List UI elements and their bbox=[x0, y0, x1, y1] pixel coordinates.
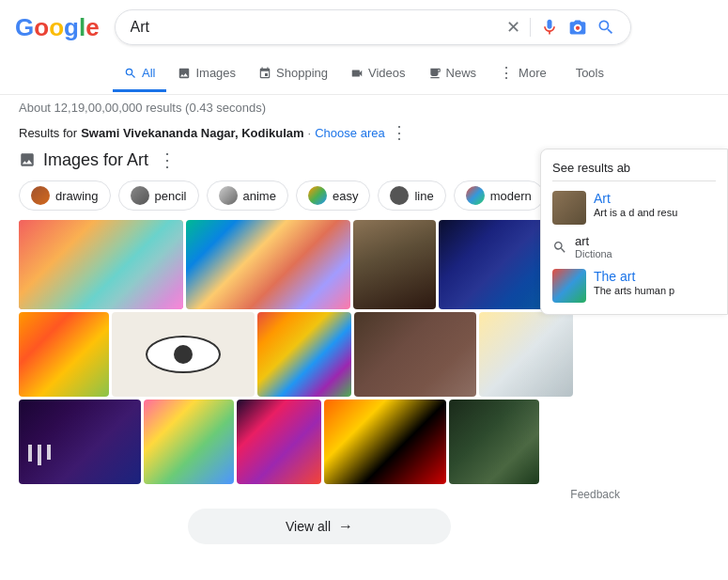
view-all-button[interactable]: View all → bbox=[188, 509, 451, 544]
side-search-desc: Dictiona bbox=[575, 248, 612, 259]
image-item-3[interactable] bbox=[353, 220, 436, 309]
chip-easy[interactable]: easy bbox=[296, 180, 370, 211]
all-tab-icon bbox=[124, 67, 137, 80]
chip-modern-label: modern bbox=[490, 189, 532, 203]
logo-o-red: o bbox=[34, 13, 49, 41]
image-item-2[interactable] bbox=[186, 220, 350, 309]
results-info: About 12,19,00,00,000 results (0.43 seco… bbox=[0, 95, 728, 120]
location-bar: Results for Swami Vivekananda Nagar, Kod… bbox=[0, 120, 728, 149]
clear-button[interactable]: ✕ bbox=[506, 19, 520, 36]
tab-all[interactable]: All bbox=[113, 56, 166, 92]
side-search-item-art[interactable]: art Dictiona bbox=[552, 234, 716, 259]
side-item-the-arts[interactable]: The art The arts human p bbox=[552, 269, 716, 303]
image-item-7[interactable] bbox=[112, 312, 255, 397]
more-dots-icon: ⋮ bbox=[499, 64, 514, 82]
tab-news-label: News bbox=[446, 66, 477, 80]
tab-shopping-label: Shopping bbox=[276, 66, 328, 80]
logo-g-blue2: g bbox=[64, 13, 79, 41]
image-item-13[interactable] bbox=[237, 400, 321, 484]
chip-drawing[interactable]: drawing bbox=[19, 180, 111, 211]
side-thumb-the-arts bbox=[552, 269, 586, 303]
side-item-art-desc: Art is a d and resu bbox=[594, 206, 677, 219]
image-item-1[interactable] bbox=[19, 220, 183, 309]
location-dots-menu[interactable]: ⋮ bbox=[391, 122, 408, 143]
tab-more[interactable]: ⋮ More bbox=[488, 55, 558, 94]
view-all-arrow: → bbox=[338, 518, 353, 535]
divider bbox=[530, 18, 531, 37]
tab-images[interactable]: Images bbox=[166, 56, 247, 92]
image-item-6[interactable] bbox=[19, 312, 109, 397]
location-separator: · bbox=[308, 126, 312, 140]
logo-e-red: e bbox=[85, 13, 99, 41]
side-item-art-title[interactable]: Art bbox=[594, 191, 677, 206]
chip-pencil[interactable]: pencil bbox=[118, 180, 199, 211]
chip-pencil-label: pencil bbox=[155, 189, 187, 203]
tab-shopping[interactable]: Shopping bbox=[247, 56, 339, 92]
camera-button[interactable] bbox=[568, 18, 587, 37]
tab-news[interactable]: News bbox=[417, 56, 488, 92]
tab-all-label: All bbox=[142, 66, 155, 80]
chip-line[interactable]: line bbox=[378, 180, 445, 211]
image-item-8[interactable] bbox=[257, 312, 351, 397]
logo-o-yellow: o bbox=[49, 13, 64, 41]
logo-g-blue: G bbox=[15, 13, 34, 41]
main-content: Images for Art ⋮ drawing pencil anime ea… bbox=[0, 149, 728, 552]
mic-button[interactable] bbox=[540, 18, 559, 37]
images-tab-icon bbox=[178, 67, 191, 80]
side-item-the-arts-title[interactable]: The art bbox=[594, 269, 674, 284]
side-text-art: Art Art is a d and resu bbox=[594, 191, 677, 219]
nav-tabs: All Images Shopping Videos News ⋮ More T… bbox=[0, 55, 728, 95]
view-all-label: View all bbox=[286, 519, 331, 534]
header: Google ✕ bbox=[0, 0, 728, 55]
shopping-tab-icon bbox=[258, 67, 271, 80]
search-input[interactable] bbox=[131, 19, 499, 36]
side-item-art[interactable]: Art Art is a d and resu bbox=[552, 191, 716, 225]
chip-anime[interactable]: anime bbox=[207, 180, 288, 211]
image-item-12[interactable] bbox=[144, 400, 234, 484]
side-item-the-arts-desc: The arts human p bbox=[594, 284, 674, 297]
filter-chips: drawing pencil anime easy line modern bbox=[19, 180, 620, 211]
svg-point-0 bbox=[576, 26, 580, 30]
camera-icon bbox=[568, 18, 587, 37]
videos-tab-icon bbox=[350, 67, 364, 80]
images-header: Images for Art ⋮ bbox=[19, 149, 620, 171]
mic-icon bbox=[540, 18, 559, 37]
tab-images-label: Images bbox=[195, 66, 236, 80]
search-bar: ✕ bbox=[115, 9, 631, 45]
side-panel-title: See results ab bbox=[552, 161, 716, 181]
images-title: Images for Art bbox=[43, 150, 148, 170]
side-text-the-arts: The art The arts human p bbox=[594, 269, 674, 297]
chip-line-label: line bbox=[414, 189, 433, 203]
chip-modern[interactable]: modern bbox=[454, 180, 544, 211]
side-thumb-art bbox=[552, 191, 586, 225]
image-item-11[interactable] bbox=[19, 400, 141, 484]
location-name: Swami Vivekananda Nagar, Kodikulam bbox=[81, 126, 303, 140]
results-for-prefix: Results for bbox=[19, 126, 77, 140]
side-search-label: art bbox=[575, 234, 612, 248]
side-panel: See results ab Art Art is a d and resu a… bbox=[540, 149, 728, 315]
images-section: Images for Art ⋮ drawing pencil anime ea… bbox=[19, 149, 620, 552]
image-grid bbox=[19, 220, 620, 484]
choose-area-link[interactable]: Choose area bbox=[315, 126, 384, 140]
search-button[interactable] bbox=[596, 18, 615, 37]
image-row-1 bbox=[19, 220, 620, 309]
image-item-14[interactable] bbox=[324, 400, 446, 484]
tools-button[interactable]: Tools bbox=[565, 56, 615, 92]
chip-easy-label: easy bbox=[333, 189, 358, 203]
tab-videos[interactable]: Videos bbox=[339, 56, 417, 92]
images-header-icon bbox=[19, 151, 36, 168]
tab-more-label: More bbox=[519, 66, 547, 80]
side-search-content: art Dictiona bbox=[575, 234, 612, 259]
google-logo: Google bbox=[15, 13, 100, 42]
images-more-icon[interactable]: ⋮ bbox=[158, 149, 177, 171]
search-icon bbox=[596, 18, 615, 37]
search-icons: ✕ bbox=[506, 18, 615, 37]
tab-videos-label: Videos bbox=[368, 66, 406, 80]
chip-anime-label: anime bbox=[243, 189, 276, 203]
search-small-icon bbox=[552, 240, 567, 255]
news-tab-icon bbox=[428, 67, 441, 80]
chip-drawing-label: drawing bbox=[55, 189, 99, 203]
